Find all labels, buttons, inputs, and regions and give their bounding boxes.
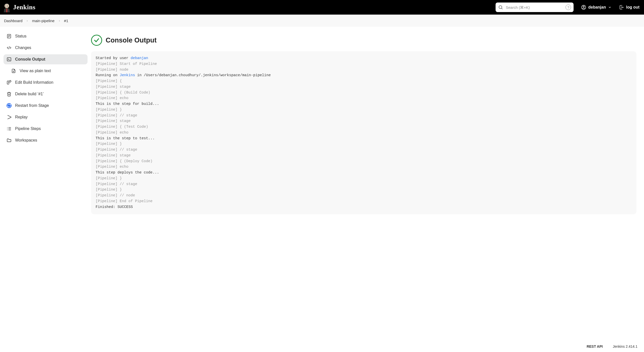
- console-log: Started by user debanjan [Pipeline] Star…: [96, 55, 632, 210]
- breadcrumb-item[interactable]: main-pipeline: [32, 19, 54, 23]
- page-title: Console Output: [106, 36, 156, 44]
- sidebar-item-console[interactable]: Console Output: [4, 54, 88, 64]
- search-input[interactable]: [505, 5, 564, 10]
- user-menu[interactable]: debanjan: [581, 5, 611, 10]
- username-label: debanjan: [588, 5, 606, 10]
- sidebar-item-changes[interactable]: Changes: [4, 43, 88, 53]
- brand-home-link[interactable]: Jenkins: [3, 2, 35, 12]
- sidebar-item-label: View as plain text: [20, 69, 51, 73]
- sidebar-item-label: Delete build ‘#1’: [15, 92, 44, 96]
- breadcrumb-item[interactable]: Dashboard: [4, 19, 22, 23]
- jenkins-version-label: Jenkins 2.414.1: [613, 344, 637, 348]
- sidebar-item-label: Console Output: [15, 57, 45, 62]
- global-search[interactable]: ?: [496, 3, 574, 12]
- rest-api-link[interactable]: REST API: [587, 344, 603, 348]
- sidebar-item-label: Restart from Stage: [15, 103, 49, 108]
- svg-rect-14: [7, 58, 11, 61]
- document-icon: [7, 34, 12, 39]
- console-link[interactable]: debanjan: [131, 56, 148, 60]
- user-avatar-icon: [581, 5, 586, 10]
- sidebar-item-label: Status: [15, 34, 26, 38]
- search-icon: [498, 5, 503, 10]
- folder-icon: [7, 138, 12, 143]
- file-text-icon: [11, 68, 16, 73]
- breadcrumb: Dashboardmain-pipeline#1: [0, 15, 644, 27]
- build-success-icon: [91, 35, 102, 46]
- svg-line-5: [502, 8, 503, 9]
- svg-point-1: [6, 6, 6, 7]
- chevron-right-icon: [58, 19, 61, 23]
- svg-point-2: [7, 6, 8, 7]
- sidebar-item-plaintext[interactable]: View as plain text: [4, 66, 88, 76]
- chevron-down-icon: [608, 6, 612, 9]
- sidebar-item-deletebuild[interactable]: Delete build ‘#1’: [4, 89, 88, 99]
- console-link[interactable]: Jenkins: [120, 73, 135, 77]
- terminal-icon: [7, 57, 12, 62]
- logout-icon: [619, 5, 624, 10]
- forward-icon: [7, 115, 12, 120]
- help-icon[interactable]: ?: [566, 5, 571, 10]
- svg-point-7: [583, 6, 584, 7]
- sidebar-item-workspaces[interactable]: Workspaces: [4, 135, 88, 145]
- brand-name: Jenkins: [13, 4, 35, 11]
- jenkins-logo-icon: [3, 2, 11, 12]
- sidebar-item-label: Edit Build Information: [15, 80, 53, 85]
- sidebar-item-replay[interactable]: Replay: [4, 112, 88, 122]
- code-icon: [7, 45, 12, 50]
- svg-line-13: [9, 46, 9, 49]
- console-output-panel: Started by user debanjan [Pipeline] Star…: [91, 51, 636, 214]
- list-icon: [7, 126, 12, 131]
- edit-icon: [7, 80, 12, 85]
- sidebar-item-status[interactable]: Status: [4, 31, 88, 41]
- breadcrumb-item[interactable]: #1: [64, 19, 68, 23]
- logout-label: log out: [626, 5, 639, 10]
- top-header-bar: Jenkins ? debanjan log o: [0, 0, 644, 15]
- logout-link[interactable]: log out: [619, 5, 639, 10]
- chevron-right-icon: [26, 19, 28, 23]
- sidebar: StatusChangesConsole OutputView as plain…: [0, 29, 91, 341]
- sidebar-item-pipelinesteps[interactable]: Pipeline Steps: [4, 124, 88, 134]
- trash-icon: [7, 92, 12, 97]
- sidebar-item-label: Pipeline Steps: [15, 126, 41, 131]
- main-content: Console Output Started by user debanjan …: [91, 29, 644, 341]
- sidebar-item-label: Changes: [15, 46, 31, 50]
- svg-rect-3: [6, 9, 7, 12]
- svg-point-4: [499, 6, 502, 9]
- sidebar-item-editbuild[interactable]: Edit Build Information: [4, 77, 88, 87]
- restart-icon: [7, 103, 12, 108]
- sidebar-item-label: Replay: [15, 115, 28, 119]
- sidebar-item-restartstage[interactable]: Restart from Stage: [4, 101, 88, 111]
- sidebar-item-label: Workspaces: [15, 138, 37, 143]
- page-footer: REST API Jenkins 2.414.1: [0, 341, 644, 352]
